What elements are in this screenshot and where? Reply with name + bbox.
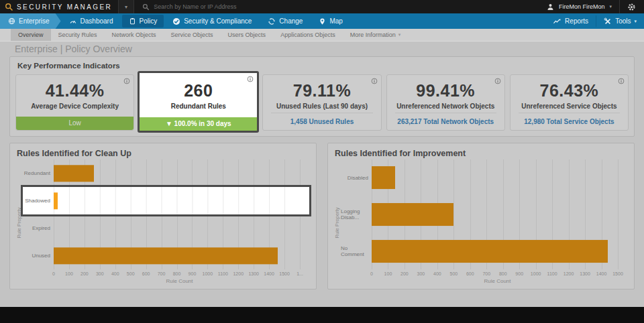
breadcrumb: Enterprise | Policy Overview — [0, 42, 644, 56]
kpi-value: 76.43% — [511, 81, 628, 101]
charts-row: Rules Identified for Clean UpRule Proper… — [9, 143, 635, 289]
nav-label: Policy — [140, 17, 158, 25]
subnav-label: Overview — [18, 31, 44, 38]
plot-area: RedundantShadowedExpiredUnused0100200300… — [23, 159, 309, 286]
chart-title: Rules Identified for Clean Up — [17, 149, 309, 158]
nav-item-security-compliance[interactable]: Security & Compliance — [164, 13, 260, 29]
kpi-heading: Key Performance Indicators — [17, 62, 629, 70]
globe-icon — [8, 17, 15, 25]
subnav-item-overview[interactable]: Overview — [11, 29, 51, 41]
category-label: Logging Disab... — [341, 196, 372, 233]
bar-track — [54, 242, 300, 269]
chart-row-redundant: Redundant — [23, 159, 309, 187]
bar-redundant[interactable] — [54, 165, 94, 182]
subnav-item-more-information[interactable]: More Information▾ — [343, 29, 409, 41]
kpi-value: 41.44% — [16, 81, 133, 101]
subnav-item-applications-objects[interactable]: Applications Objects — [273, 29, 343, 41]
nav-item-dashboard[interactable]: Dashboard — [61, 13, 121, 29]
nav-item-map[interactable]: Map — [311, 13, 350, 29]
magnifier-icon — [5, 3, 13, 11]
category-label: No Comment — [341, 233, 372, 269]
x-axis: 0100200300400500600700800900100011001200… — [54, 269, 300, 278]
kpi-card-0[interactable]: 41.44%Average Device ComplexityLow — [15, 74, 134, 131]
info-circle-icon[interactable] — [494, 78, 501, 84]
app-logo: SECURITY MANAGER ▾ — [0, 0, 134, 13]
subnav-item-network-objects[interactable]: Network Objects — [105, 29, 164, 41]
nav-item-tools[interactable]: Tools ▾ — [596, 13, 644, 29]
x-tick-label: 1300 — [248, 271, 259, 276]
kpi-detail-link[interactable]: 1,458 Unused Rules — [271, 113, 372, 130]
circle-check-icon — [172, 17, 180, 25]
x-tick-label: 0 — [370, 271, 373, 276]
kpi-label: Average Device Complexity — [16, 103, 133, 110]
kpi-trend-badge: Low — [16, 117, 133, 130]
caret-down-icon: ▾ — [634, 19, 637, 24]
x-tick-label: 500 — [127, 271, 135, 276]
chart-panel-improvement: Rules Identified for ImprovementRule Pro… — [327, 143, 635, 289]
caret-down-icon[interactable]: ▾ — [609, 4, 612, 9]
bar-logging-disab-[interactable] — [372, 203, 453, 226]
x-tick-label: 1400 — [264, 271, 274, 276]
subnav-item-users-objects[interactable]: Users Objects — [221, 29, 274, 41]
kpi-label: Redundant Rules — [140, 103, 257, 110]
bar-no-comment[interactable] — [372, 240, 608, 263]
x-tick-label: 1100 — [547, 271, 557, 276]
bar-track — [54, 159, 300, 187]
x-axis-label: Rule Count — [341, 278, 627, 286]
subnav-item-security-rules[interactable]: Security Rules — [51, 29, 105, 41]
chart-row-no-comment: No Comment — [341, 233, 627, 269]
bar-shadowed[interactable] — [54, 192, 58, 209]
nav-item-change[interactable]: Change — [260, 13, 311, 29]
y-axis-label: Rule Property — [15, 159, 23, 286]
subnav-label: Security Rules — [58, 31, 97, 38]
top-app-bar: SECURITY MANAGER ▾ FireMon FireMon ▾ — [0, 0, 644, 13]
info-circle-icon[interactable] — [618, 78, 625, 84]
nav-label: Tools — [615, 17, 631, 25]
app-title: SECURITY MANAGER — [17, 3, 112, 11]
bar-track — [372, 233, 618, 269]
subnav-label: More Information — [350, 31, 396, 38]
x-tick-label: 900 — [515, 271, 523, 276]
kpi-card-2[interactable]: 79.11%Unused Rules (Last 90 days)1,458 U… — [262, 74, 381, 131]
bar-unused[interactable] — [54, 247, 278, 264]
bar-disabled[interactable] — [372, 166, 395, 189]
search-input[interactable] — [154, 3, 355, 10]
line-chart-icon — [553, 17, 561, 25]
user-menu[interactable]: FireMon FireMon — [559, 3, 605, 10]
nav-label: Map — [329, 17, 342, 25]
kpi-card-3[interactable]: 99.41%Unreferenced Network Objects263,21… — [386, 74, 505, 131]
nav-item-policy[interactable]: Policy — [122, 15, 164, 27]
subnav-item-service-objects[interactable]: Service Objects — [164, 29, 221, 41]
kpi-detail-link[interactable]: 263,217 Total Network Objects — [395, 113, 496, 130]
nav-item-reports[interactable]: Reports — [545, 13, 596, 29]
footer-band — [0, 307, 644, 323]
x-tick-label: 300 — [417, 271, 425, 276]
subnav-label: Network Objects — [112, 31, 156, 38]
x-tick-label: 0 — [52, 271, 55, 276]
info-circle-icon[interactable] — [371, 78, 378, 84]
gear-icon[interactable] — [627, 3, 636, 11]
nav-label: Change — [279, 17, 303, 25]
info-circle-icon[interactable] — [247, 76, 254, 82]
x-tick-label: 800 — [173, 271, 181, 276]
info-circle-icon[interactable] — [123, 78, 130, 84]
kpi-card-1[interactable]: 260Redundant Rules▼ 100.0% in 30 days — [138, 71, 259, 133]
kpi-value: 79.11% — [263, 81, 380, 101]
kpi-detail-link[interactable]: 12,980 Total Service Objects — [519, 113, 620, 130]
kpi-card-4[interactable]: 76.43%Unreferenced Service Objects12,980… — [510, 74, 629, 131]
x-tick-label: 400 — [111, 271, 119, 276]
x-tick-label: 100 — [384, 271, 392, 276]
x-tick-label: 600 — [466, 271, 474, 276]
page-content: Key Performance Indicators 41.44%Average… — [0, 56, 644, 289]
x-tick-label: 500 — [449, 271, 458, 276]
divider — [619, 0, 620, 13]
x-tick-label: 600 — [142, 271, 150, 276]
y-axis-label: Rule Property — [333, 159, 341, 286]
category-label: Shadowed — [23, 187, 54, 214]
app-menu-caret[interactable]: ▾ — [118, 0, 134, 13]
nav-item-enterprise[interactable]: Enterprise — [0, 13, 61, 29]
x-tick-label: 1500 — [279, 271, 290, 276]
x-axis-label: Rule Count — [23, 278, 309, 286]
x-tick-label: 1000 — [203, 271, 213, 276]
chart-row-disabled: Disabled — [341, 159, 627, 196]
